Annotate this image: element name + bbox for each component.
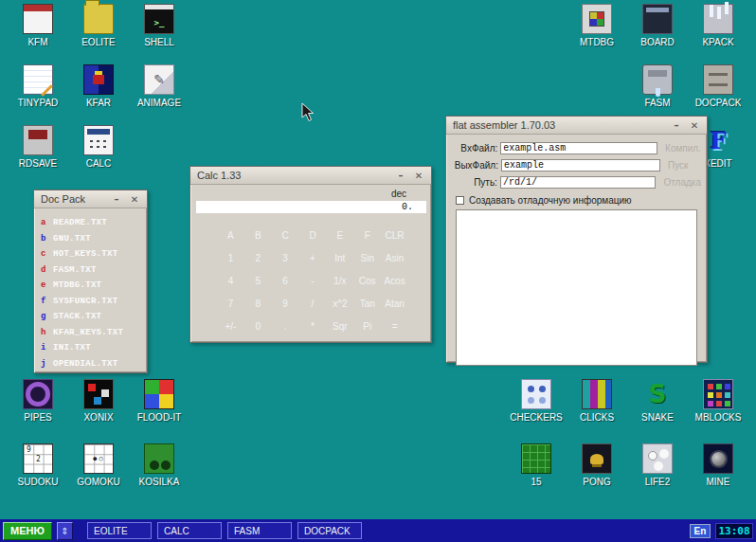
calc-button[interactable]: E xyxy=(326,230,353,241)
close-icon[interactable] xyxy=(413,171,424,181)
desktop-icon-life2[interactable]: LIFE2 xyxy=(627,443,688,502)
debug-button[interactable]: Отладка xyxy=(663,177,701,188)
desktop-icon-fifteen[interactable]: 15 xyxy=(506,443,567,502)
calc-button[interactable]: - xyxy=(299,276,327,286)
doc-file-item[interactable]: g STACK.TXT xyxy=(41,309,141,325)
desktop-icon-fasm[interactable]: FASM xyxy=(627,64,688,123)
calc-button[interactable]: 8 xyxy=(244,298,272,309)
desktop-icon-kosilka[interactable]: KOSILKA xyxy=(129,443,189,502)
debug-info-checkbox[interactable] xyxy=(456,196,464,205)
taskbar-task-button[interactable]: FASM xyxy=(227,522,292,539)
kfm-icon xyxy=(23,4,53,34)
minimize-icon[interactable] xyxy=(671,120,682,131)
compile-button[interactable]: Компил. xyxy=(665,143,701,154)
desktop-icon-kfar[interactable]: KFAR xyxy=(68,64,129,123)
close-icon[interactable] xyxy=(129,194,140,205)
desktop-icon-snake[interactable]: SNAKE xyxy=(627,379,688,438)
calc-button[interactable]: 4 xyxy=(217,276,244,286)
calc-button[interactable]: 0 xyxy=(244,321,272,332)
clock[interactable]: 13:08 xyxy=(715,523,753,539)
doc-file-item[interactable]: f SYSFUNCR.TXT xyxy=(41,294,141,310)
calc-button[interactable]: x^2 xyxy=(326,298,353,309)
calc-button[interactable]: C xyxy=(272,230,299,241)
desktop-icon-mblocks[interactable]: MBLOCKS xyxy=(688,379,748,438)
desktop-icon-calc[interactable]: CALC xyxy=(68,125,129,184)
calc-button[interactable]: 2 xyxy=(244,253,272,263)
calc-button[interactable]: * xyxy=(299,321,327,332)
calc-button[interactable]: Int xyxy=(326,253,353,263)
desktop-icon-shell[interactable]: SHELL xyxy=(129,4,189,63)
taskbar-task-button[interactable]: CALC xyxy=(157,522,222,539)
desktop-icon-clicks[interactable]: CLICKS xyxy=(567,379,627,438)
run-button[interactable]: Пуск xyxy=(668,160,688,171)
calc-button[interactable]: 7 xyxy=(217,298,244,309)
calc-button[interactable]: 3 xyxy=(272,253,299,263)
desktop-icon-pipes[interactable]: PIPES xyxy=(8,379,68,438)
desktop-icon-mine[interactable]: MINE xyxy=(688,443,748,502)
calc-button[interactable]: + xyxy=(299,253,327,263)
calc-button[interactable]: / xyxy=(299,298,327,309)
desktop-icon-sudoku[interactable]: SUDOKU xyxy=(8,443,68,502)
desktop-icon-rdsave[interactable]: RDSAVE xyxy=(8,125,68,184)
desktop-icon-kfm[interactable]: KFM xyxy=(8,4,68,63)
calc-button[interactable]: Asin xyxy=(381,253,408,263)
input-file-field[interactable] xyxy=(500,142,657,154)
menu-button[interactable]: МЕНЮ xyxy=(3,522,52,540)
calc-button[interactable]: 9 xyxy=(272,298,299,309)
doc-file-item[interactable]: i INI.TXT xyxy=(41,340,141,356)
doc-file-item[interactable]: b GNU.TXT xyxy=(41,231,141,247)
taskbar-task-button[interactable]: EOLITE xyxy=(87,522,152,539)
path-field[interactable] xyxy=(500,176,657,189)
taskbar-task-button[interactable]: DOCPACK xyxy=(297,522,362,539)
calc-button[interactable]: 1/x xyxy=(326,276,353,286)
calc-button[interactable]: D xyxy=(299,230,327,241)
calc-button[interactable]: B xyxy=(244,230,272,241)
desktop-icon-mtdbg[interactable]: MTDBG xyxy=(567,4,627,63)
language-indicator[interactable]: En xyxy=(690,524,711,538)
calc-button[interactable]: Pi xyxy=(353,321,381,332)
desktop-icon-gomoku[interactable]: GOMOKU xyxy=(68,443,129,502)
doc-file-item[interactable]: j OPENDIAL.TXT xyxy=(41,356,141,372)
doc-file-list: a README.TXT b GNU.TXT c HOT_KEYS.TXT d … xyxy=(34,208,147,371)
calc-button[interactable]: = xyxy=(381,321,408,332)
calc-button[interactable]: A xyxy=(217,230,244,241)
desktop-icon-tinypad[interactable]: TINYPAD xyxy=(8,64,68,123)
calc-button[interactable]: Cos xyxy=(353,276,381,286)
calc-button[interactable]: F xyxy=(353,230,381,241)
calc-button[interactable]: Tan xyxy=(353,298,381,309)
minimize-icon[interactable] xyxy=(395,171,406,181)
calc-button[interactable]: Sin xyxy=(353,253,381,263)
docpack-titlebar[interactable]: Doc Pack xyxy=(34,190,147,208)
calc-button[interactable]: CLR xyxy=(381,230,408,241)
calc-button[interactable]: 6 xyxy=(272,276,299,286)
desktop-icon-eolite[interactable]: EOLITE xyxy=(68,4,129,63)
calc-button[interactable]: 5 xyxy=(244,276,272,286)
close-icon[interactable] xyxy=(689,120,700,131)
doc-file-item[interactable]: d FASM.TXT xyxy=(41,262,141,279)
fasm-input-row: ВхФайл: Компил. xyxy=(448,139,701,156)
desktop-icon-checkers[interactable]: CHECKERS xyxy=(506,379,567,438)
desktop-icon-kpack[interactable]: KPACK xyxy=(688,4,748,63)
fasm-titlebar[interactable]: flat assembler 1.70.03 xyxy=(446,117,707,135)
doc-file-item[interactable]: h KFAR_KEYS.TXT xyxy=(41,325,141,341)
calc-button[interactable]: Atan xyxy=(381,298,408,309)
doc-file-item[interactable]: e MTDBG.TXT xyxy=(41,278,141,294)
output-file-field[interactable] xyxy=(501,159,660,172)
window-switcher-icon[interactable] xyxy=(57,522,73,540)
calc-button[interactable]: . xyxy=(272,321,299,332)
doc-file-item[interactable]: c HOT_KEYS.TXT xyxy=(41,246,141,262)
calc-button[interactable]: 1 xyxy=(217,253,244,263)
desktop-icon-floodit[interactable]: FLOOD-IT xyxy=(129,379,189,438)
calc-titlebar[interactable]: Calc 1.33 xyxy=(190,167,431,185)
minimize-icon[interactable] xyxy=(111,194,122,205)
desktop-icon-docpack[interactable]: DOCPACK xyxy=(688,64,748,123)
icon-label: KFAR xyxy=(86,98,111,108)
calc-button[interactable]: Sqr xyxy=(326,321,353,332)
calc-button[interactable]: Acos xyxy=(381,276,408,286)
desktop-icon-board[interactable]: BOARD xyxy=(627,4,688,63)
desktop-icon-xonix[interactable]: XONIX xyxy=(68,379,129,438)
calc-button[interactable]: +/- xyxy=(217,321,244,332)
doc-file-item[interactable]: a README.TXT xyxy=(41,215,141,231)
desktop-icon-animage[interactable]: ANIMAGE xyxy=(129,64,189,123)
desktop-icon-pong[interactable]: PONG xyxy=(567,443,627,502)
